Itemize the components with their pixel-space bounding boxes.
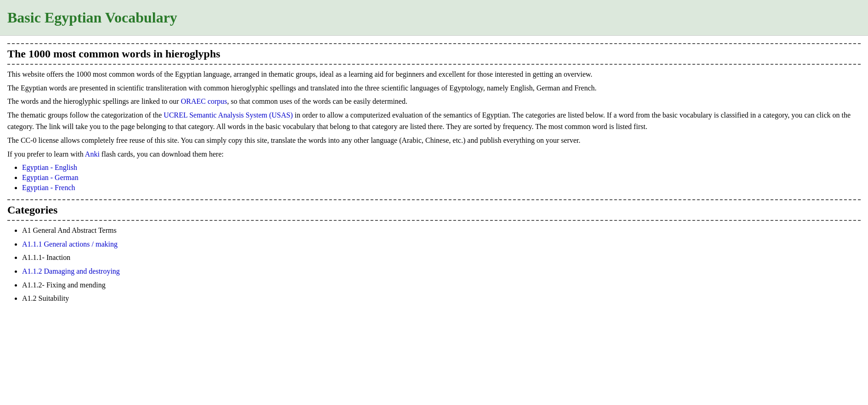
description-block: This website offers the 1000 most common… bbox=[7, 68, 861, 160]
categories-section: Categories A1 General And Abstract Terms… bbox=[7, 204, 861, 304]
paragraph-3: The words and the hieroglyphic spellings… bbox=[7, 96, 861, 107]
paragraph-5: The CC-0 license allows completely free … bbox=[7, 135, 861, 146]
page-title: Basic Egyptian Vocabulary bbox=[7, 9, 861, 26]
divider-1 bbox=[7, 43, 861, 44]
anki-link[interactable]: Anki bbox=[85, 150, 100, 158]
paragraph-6: If you prefer to learn with Anki flash c… bbox=[7, 148, 861, 160]
list-item: A1.2 Suitability bbox=[22, 292, 861, 304]
list-item: A1 General And Abstract Terms bbox=[22, 225, 861, 236]
main-content: The 1000 most common words in hieroglyph… bbox=[0, 36, 868, 314]
divider-4 bbox=[7, 220, 861, 221]
ucrel-link[interactable]: UCREL Semantic Analysis System (USAS) bbox=[163, 111, 293, 119]
list-item: A1.1.2- Fixing and mending bbox=[22, 279, 861, 291]
egyptian-french-link[interactable]: Egyptian - French bbox=[22, 184, 75, 191]
list-item: Egyptian - English bbox=[22, 163, 861, 172]
list-item: Egyptian - French bbox=[22, 184, 861, 192]
header-banner: Basic Egyptian Vocabulary bbox=[0, 0, 868, 36]
anki-links-list: Egyptian - English Egyptian - German Egy… bbox=[22, 163, 861, 192]
category-list: A1 General And Abstract Terms A1.1.1 Gen… bbox=[22, 225, 861, 304]
list-item: A1.1.2 Damaging and destroying bbox=[22, 265, 861, 277]
list-item: A1.1.1 General actions / making bbox=[22, 238, 861, 250]
egyptian-english-link[interactable]: Egyptian - English bbox=[22, 163, 77, 171]
divider-2 bbox=[7, 64, 861, 65]
categories-heading: Categories bbox=[7, 204, 861, 216]
oraec-link[interactable]: ORAEC corpus bbox=[181, 97, 227, 105]
list-item: Egyptian - German bbox=[22, 174, 861, 182]
paragraph-1: This website offers the 1000 most common… bbox=[7, 68, 861, 80]
paragraph-4: The thematic groups follow the categoriz… bbox=[7, 109, 861, 133]
divider-3 bbox=[7, 199, 861, 200]
paragraph-2: The Egyptian words are presented in scie… bbox=[7, 82, 861, 94]
list-item: A1.1.1- Inaction bbox=[22, 252, 861, 264]
intro-heading: The 1000 most common words in hieroglyph… bbox=[7, 48, 861, 60]
category-a1-1-2-link[interactable]: A1.1.2 Damaging and destroying bbox=[22, 267, 120, 275]
category-a1-1-1-link[interactable]: A1.1.1 General actions / making bbox=[22, 240, 118, 248]
egyptian-german-link[interactable]: Egyptian - German bbox=[22, 174, 79, 181]
